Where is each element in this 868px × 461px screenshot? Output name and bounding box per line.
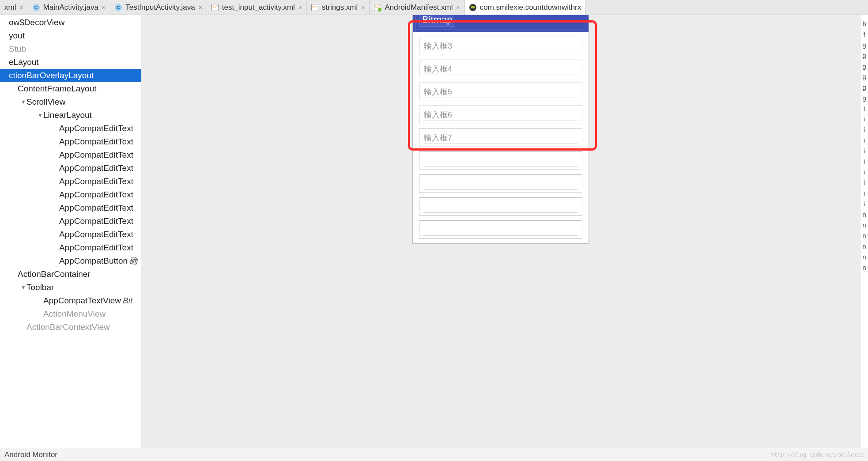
editor-tab-label: strings.xml (322, 3, 358, 12)
preview-edittext[interactable] (419, 174, 582, 193)
code-minimap-strip: bfggggggiiiiiiiiiinnnnnn (860, 15, 868, 448)
tree-row[interactable]: AppCompatTextViewBit (0, 294, 141, 307)
tree-row[interactable]: AppCompatEditText (0, 148, 141, 162)
close-icon[interactable]: × (361, 4, 365, 11)
editor-tab[interactable]: CTestInputActivity.java× (110, 0, 207, 15)
statusbar-tool-label[interactable]: Android Monitor (4, 450, 57, 459)
tree-row[interactable]: AppCompatEditText (0, 135, 141, 148)
tree-row[interactable]: Stub (0, 42, 141, 56)
tree-node-label: ctionBarOverlayLayout (9, 69, 94, 82)
preview-edittext[interactable]: 输入框7 (419, 128, 582, 147)
editor-tab[interactable]: xml× (0, 0, 28, 15)
gutter-char: i (860, 178, 868, 188)
preview-edittext[interactable] (419, 220, 582, 239)
tree-row[interactable]: AppCompatEditText (0, 215, 141, 228)
tree-row[interactable]: AppCompatEditText (0, 241, 141, 254)
gutter-char: n (860, 209, 868, 220)
tree-node-label: ContentFrameLayout (18, 82, 97, 95)
editor-tab[interactable]: strings.xml× (307, 0, 370, 15)
gutter-char: i (860, 199, 868, 209)
tree-row[interactable]: ▼LinearLayout (0, 109, 141, 122)
editor-tabstrip: xml×CMainActivity.java×CTestInputActivit… (0, 0, 868, 15)
tree-row[interactable]: AppCompatEditText (0, 162, 141, 175)
editor-tab[interactable]: com.smilexie.countdownwithrx (465, 0, 586, 15)
tree-row[interactable]: eLayout (0, 56, 141, 69)
tree-node-label: ActionBarContextView (26, 321, 110, 334)
editor-tab[interactable]: AndroidManifest.xml× (370, 0, 464, 15)
xml-file-icon (211, 4, 219, 11)
expander-icon[interactable]: ▼ (20, 281, 26, 294)
device-preview: Bitmap 输入框3输入框4输入框5输入框6输入框7 (412, 15, 589, 244)
tree-row[interactable]: AppCompatEditText (0, 175, 141, 188)
tree-node-label: LinearLayout (43, 109, 92, 122)
tree-row[interactable]: ActionBarContainer (0, 268, 141, 281)
tree-node-extra: 确 (129, 254, 137, 268)
expander-icon[interactable]: ▼ (20, 95, 26, 109)
editor-tab[interactable]: test_input_activity.xml× (207, 0, 307, 15)
gutter-char: g (860, 50, 868, 61)
gutter-char: i (860, 114, 868, 125)
android-icon (469, 4, 476, 11)
gutter-char: g (860, 93, 868, 103)
gutter-char: b (860, 19, 868, 29)
preview-edittext[interactable] (419, 151, 582, 170)
gutter-char: i (860, 167, 868, 178)
tree-node-label: ActionMenuView (43, 307, 106, 321)
statusbar: Android Monitor http://blog.csdn.net/smi… (0, 448, 868, 461)
tree-node-label: AppCompatEditText (59, 228, 133, 241)
gutter-char: i (860, 103, 868, 114)
close-icon[interactable]: × (19, 4, 23, 11)
editor-tab-label: com.smilexie.countdownwithrx (480, 3, 581, 12)
gutter-char: g (860, 61, 868, 72)
close-icon[interactable]: × (199, 4, 202, 11)
preview-edittext[interactable]: 输入框6 (419, 106, 582, 124)
editor-tab-label: TestInputActivity.java (125, 3, 195, 12)
tree-row[interactable]: ContentFrameLayout (0, 82, 141, 95)
tree-row[interactable]: ActionMenuView (0, 307, 141, 321)
preview-edittext[interactable]: 输入框5 (419, 83, 582, 101)
tree-node-label: AppCompatEditText (59, 215, 133, 228)
tree-node-label: AppCompatTextView (43, 294, 121, 307)
tree-row[interactable]: ow$DecorView (0, 16, 141, 29)
component-tree-panel: ow$DecorViewyoutStubeLayoutctionBarOverl… (0, 15, 141, 448)
tree-node-label: yout (9, 29, 25, 42)
gutter-char: f (860, 29, 868, 40)
gutter-char: g (860, 40, 868, 50)
tree-row[interactable]: yout (0, 29, 141, 42)
tree-row[interactable]: ActionBarContextView (0, 321, 141, 334)
preview-body: 输入框3输入框4输入框5输入框6输入框7 (413, 37, 589, 239)
tree-node-label: AppCompatEditText (59, 148, 133, 162)
tree-node-label: Toolbar (26, 281, 54, 294)
preview-edittext[interactable]: 输入框4 (419, 60, 582, 78)
gutter-char: i (860, 125, 868, 135)
preview-actionbar[interactable]: Bitmap (413, 15, 589, 32)
preview-edittext[interactable]: 输入框3 (419, 37, 582, 55)
tree-node-label: AppCompatEditText (59, 201, 133, 215)
tree-node-label: ScrollView (26, 95, 65, 109)
tree-row[interactable]: AppCompatEditText (0, 201, 141, 215)
close-icon[interactable]: × (102, 4, 106, 11)
editor-tab-label: test_input_activity.xml (222, 3, 295, 12)
editor-tab-label: AndroidManifest.xml (385, 3, 453, 12)
close-icon[interactable]: × (298, 4, 302, 11)
tree-row[interactable]: AppCompatEditText (0, 188, 141, 201)
preview-actionbar-title[interactable]: Bitmap (419, 15, 455, 27)
tree-row[interactable]: AppCompatEditText (0, 228, 141, 241)
tree-row[interactable]: ▼ScrollView (0, 95, 141, 109)
gutter-char: i (860, 146, 868, 156)
gutter-char: i (860, 188, 868, 199)
tree-row[interactable]: AppCompatButton确 (0, 254, 141, 268)
tree-row[interactable]: ▼Toolbar (0, 281, 141, 294)
preview-edittext[interactable] (419, 197, 582, 216)
editor-tab[interactable]: CMainActivity.java× (28, 0, 111, 15)
expander-icon[interactable]: ▼ (37, 109, 43, 122)
gutter-char: n (860, 262, 868, 273)
tree-node-label: AppCompatEditText (59, 241, 133, 254)
gutter-char: n (860, 220, 868, 230)
tree-node-label: eLayout (9, 56, 39, 69)
tree-row[interactable]: ctionBarOverlayLayout (0, 69, 141, 82)
tree-node-label: AppCompatEditText (59, 175, 133, 188)
workarea: ow$DecorViewyoutStubeLayoutctionBarOverl… (0, 15, 868, 448)
tree-row[interactable]: AppCompatEditText (0, 122, 141, 135)
close-icon[interactable]: × (457, 4, 460, 11)
